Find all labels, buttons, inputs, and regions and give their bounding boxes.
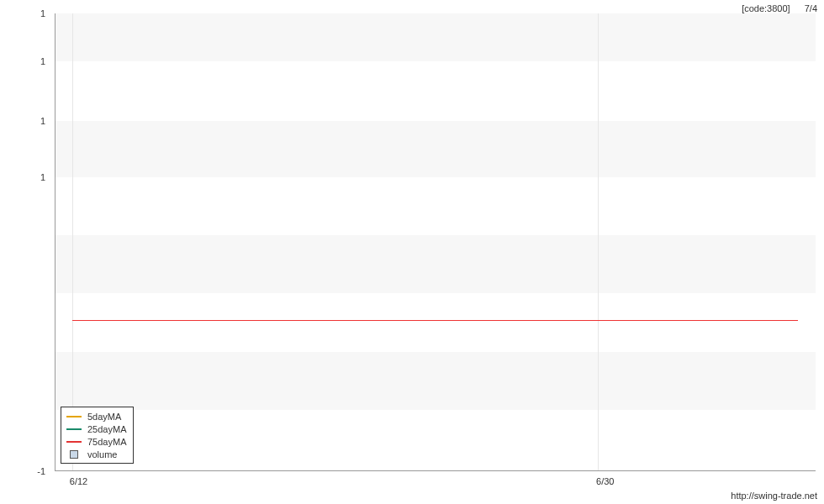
legend-label: 5dayMA (87, 412, 121, 422)
grid-band (55, 352, 816, 410)
legend: 5dayMA 25dayMA 75dayMA volume (61, 407, 134, 464)
legend-swatch-volume (70, 450, 78, 459)
x-axis-tick: 6/30 (596, 476, 614, 486)
grid-band (55, 235, 816, 293)
legend-item-75dayma: 75dayMA (66, 435, 126, 448)
legend-item-25dayma: 25dayMA (66, 423, 126, 435)
plot-area: 5dayMA 25dayMA 75dayMA volume (55, 13, 816, 471)
legend-label: 75dayMA (87, 437, 126, 447)
x-axis-tick: 6/12 (70, 476, 87, 486)
grid-band (55, 13, 816, 61)
header-date-partial: 7/4 (805, 3, 817, 13)
y-axis-tick: 1 (40, 56, 45, 66)
legend-swatch-5dayma (66, 416, 82, 417)
legend-label: 25dayMA (87, 424, 126, 434)
y-axis-tick: -1 (37, 466, 45, 476)
code-label: [code:3800] (742, 3, 790, 13)
header-info: [code:3800] 7/4 (742, 3, 817, 13)
legend-item-5dayma: 5dayMA (66, 410, 126, 423)
grid-band (55, 121, 816, 177)
legend-label: volume (87, 449, 117, 459)
y-axis-tick: 1 (40, 116, 45, 126)
series-75dayma-line (72, 320, 798, 321)
y-axis-tick: 1 (40, 172, 45, 182)
legend-item-volume: volume (66, 448, 126, 460)
legend-swatch-25dayma (66, 428, 82, 430)
grid-vline (72, 13, 73, 470)
y-axis-tick: 1 (40, 8, 45, 18)
footer-source-url: http://swing-trade.net (731, 491, 817, 501)
grid-vline (598, 13, 599, 470)
chart-plot-area: 5dayMA 25dayMA 75dayMA volume 1 1 1 1 -1… (55, 13, 816, 471)
legend-swatch-75dayma (66, 441, 82, 443)
